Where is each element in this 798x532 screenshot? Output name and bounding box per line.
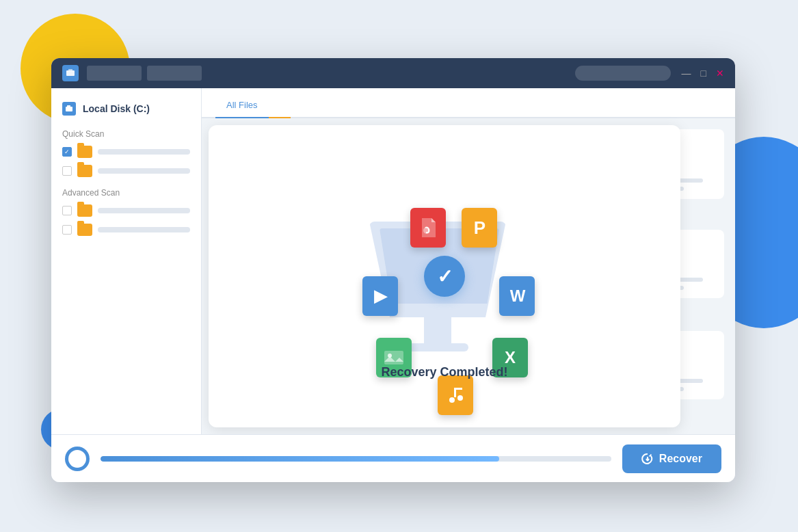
titlebar: — □ ✕	[51, 58, 735, 88]
monitor-illustration: ✓ P ▶ W	[349, 187, 540, 365]
music-file-icon-float	[438, 375, 473, 415]
tab-2[interactable]	[269, 103, 291, 118]
maximize-button[interactable]: □	[701, 68, 706, 79]
check-mark-icon: ✓	[437, 265, 453, 288]
svg-point-18	[449, 397, 455, 403]
recover-icon	[641, 453, 654, 465]
recovery-overlay: ✓ P ▶ W	[209, 125, 680, 427]
progress-bar-fill	[101, 456, 499, 462]
file-grid-area: ✓ P ▶ W	[202, 118, 735, 434]
titlebar-tab-area	[87, 66, 575, 81]
svg-rect-21	[454, 388, 462, 390]
svg-rect-16	[384, 351, 403, 364]
progress-bar-track	[101, 456, 611, 462]
sidebar-item-2[interactable]	[62, 165, 190, 177]
recover-button[interactable]: Recover	[622, 444, 721, 473]
bottom-bar: Recover	[51, 434, 735, 482]
sidebar-item-3[interactable]	[62, 204, 190, 217]
titlebar-tab-2	[147, 66, 202, 81]
ppt-file-icon: P	[462, 208, 497, 248]
checkbox-1[interactable]	[62, 147, 72, 157]
titlebar-search	[575, 66, 671, 81]
svg-rect-2	[66, 107, 72, 111]
check-circle: ✓	[424, 256, 465, 297]
checkbox-3[interactable]	[62, 206, 72, 215]
sidebar-item-4[interactable]	[62, 224, 190, 236]
sidebar-bar-2	[98, 168, 190, 174]
advanced-scan-label: Advanced Scan	[62, 188, 190, 198]
app-icon	[62, 65, 79, 81]
quick-scan-label: Quick Scan	[62, 129, 190, 139]
folder-icon-3	[77, 204, 92, 217]
sidebar-item-1[interactable]	[62, 146, 190, 158]
minimize-button[interactable]: —	[682, 68, 691, 79]
titlebar-tab-1	[87, 66, 142, 81]
recover-button-label: Recover	[659, 453, 702, 465]
folder-icon-4	[77, 224, 92, 236]
svg-rect-0	[66, 70, 75, 76]
folder-icon-2	[77, 165, 92, 177]
checkbox-4[interactable]	[62, 225, 72, 235]
main-panel: All Files	[202, 88, 735, 434]
progress-circle	[65, 447, 90, 471]
titlebar-controls: — □ ✕	[682, 68, 724, 79]
drive-item[interactable]: Local Disk (C:)	[62, 102, 190, 116]
tab-all-files[interactable]: All Files	[215, 93, 269, 118]
sidebar: Local Disk (C:) Quick Scan Advanced Scan	[51, 88, 202, 434]
drive-label: Local Disk (C:)	[83, 103, 150, 114]
tabs-bar: All Files	[202, 88, 735, 118]
svg-rect-3	[67, 105, 70, 107]
checkbox-2[interactable]	[62, 166, 72, 176]
word-file-icon: W	[499, 276, 535, 316]
recovery-completed-text: Recovery Completed!	[381, 365, 507, 380]
content-area: Local Disk (C:) Quick Scan Advanced Scan	[51, 88, 735, 434]
sidebar-bar-1	[98, 149, 190, 155]
monitor-base	[407, 343, 468, 351]
close-button[interactable]: ✕	[716, 68, 724, 79]
svg-point-19	[457, 395, 463, 401]
folder-icon-1	[77, 146, 92, 158]
sidebar-bar-4	[98, 227, 190, 232]
monitor-stand	[424, 317, 451, 345]
svg-rect-1	[68, 69, 72, 71]
progress-circle-inner	[68, 450, 86, 468]
main-window: — □ ✕ Local Disk (C:) Quick Scan	[51, 58, 735, 482]
sidebar-bar-3	[98, 208, 190, 213]
pdf-file-icon	[410, 208, 446, 248]
video-file-icon: ▶	[362, 276, 398, 316]
